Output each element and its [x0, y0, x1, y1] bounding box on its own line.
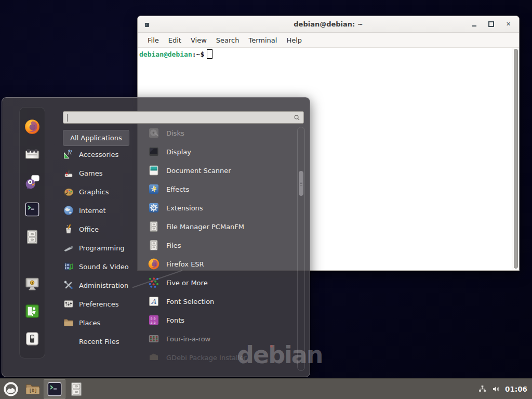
- fonts-icon: a aa a: [148, 314, 160, 326]
- close-button[interactable]: ✕: [504, 20, 513, 29]
- minimize-icon: [472, 25, 476, 26]
- terminal-menu-search[interactable]: Search: [211, 35, 244, 46]
- minimize-button[interactable]: [470, 20, 478, 29]
- maximize-button[interactable]: [487, 20, 496, 29]
- app-label: Font Selection: [166, 298, 214, 305]
- category-sound-video[interactable]: Sound & Video: [63, 257, 141, 276]
- office-icon: [63, 223, 74, 235]
- network-icon[interactable]: [478, 384, 487, 393]
- category-accessories[interactable]: Accessories: [63, 145, 141, 164]
- category-administration[interactable]: Administration: [63, 276, 141, 295]
- graphics-icon: [63, 186, 74, 197]
- sidebar-log-out-button[interactable]: [23, 302, 41, 320]
- app-label: Five or More: [166, 279, 208, 287]
- svg-text:A: A: [151, 298, 156, 305]
- file-cabinet-icon: [148, 220, 160, 233]
- app-label: Disks: [166, 129, 184, 137]
- sidebar-quit-button[interactable]: [23, 330, 41, 348]
- sidebar-firefox-button[interactable]: [23, 118, 41, 136]
- category-recent-files[interactable]: Recent Files: [63, 332, 141, 351]
- search-icon: [293, 114, 301, 122]
- prompt-user-host: debian@debian: [139, 50, 192, 58]
- search-input[interactable]: [63, 112, 293, 123]
- terminal-menu-view[interactable]: View: [186, 35, 211, 46]
- app-five-or-more[interactable]: Five or More: [148, 273, 296, 292]
- category-office[interactable]: Office: [63, 220, 141, 238]
- search-box[interactable]: [63, 111, 304, 124]
- terminal-icon: [46, 381, 63, 397]
- category-graphics[interactable]: Graphics: [63, 182, 141, 201]
- app-gdebi-package-installer[interactable]: GDebi Package Installer: [148, 348, 296, 367]
- app-label: Four-in-a-row: [166, 335, 210, 343]
- svg-text:a a: a a: [150, 321, 155, 325]
- terminal-scrollbar[interactable]: [512, 48, 519, 270]
- terminal-menu-help[interactable]: Help: [282, 35, 307, 46]
- maximize-icon: [488, 21, 494, 27]
- terminal-menu-edit[interactable]: Edit: [164, 35, 186, 46]
- effects-icon: [148, 183, 160, 195]
- volume-icon[interactable]: [491, 384, 500, 393]
- taskbar-file-manager-button[interactable]: [65, 379, 87, 399]
- app-label: Firefox ESR: [166, 260, 204, 268]
- category-places[interactable]: Places: [63, 313, 141, 332]
- desktop: debian@debian: ~ ✕ FileEditViewSearchTer…: [0, 0, 532, 399]
- category-label: Internet: [79, 207, 106, 215]
- text-caret: [67, 114, 68, 122]
- font-selection-icon: A: [148, 295, 160, 308]
- taskbar-menu-button[interactable]: [0, 379, 22, 399]
- terminal-prompt: debian@debian:~$: [139, 49, 212, 59]
- games-icon: [63, 167, 74, 179]
- file-cabinet-icon: [24, 229, 41, 245]
- menu-scrollbar[interactable]: [297, 127, 305, 371]
- extensions-icon: [148, 202, 160, 214]
- all-applications-button[interactable]: All Applications: [63, 130, 129, 146]
- menu-scrollbar-thumb[interactable]: [299, 171, 303, 196]
- terminal-titlebar[interactable]: debian@debian: ~ ✕: [138, 16, 519, 33]
- sidebar-files-button[interactable]: [23, 228, 41, 246]
- terminal-scrollbar-thumb[interactable]: [514, 49, 518, 269]
- category-label: Recent Files: [79, 338, 119, 345]
- app-fonts[interactable]: a aa aFonts: [148, 311, 296, 329]
- category-label: Preferences: [79, 300, 118, 308]
- app-disks[interactable]: Disks: [148, 124, 296, 142]
- file-cabinet-icon: [148, 239, 160, 251]
- app-font-selection[interactable]: AFont Selection: [148, 292, 296, 311]
- folder-debian-icon: [D]: [24, 381, 41, 397]
- app-extensions[interactable]: Extensions: [148, 198, 296, 217]
- app-four-in-a-row[interactable]: Four-in-a-row: [148, 329, 296, 348]
- clock[interactable]: 01:06: [505, 385, 527, 393]
- search-icon: [293, 114, 301, 122]
- category-programming[interactable]: Programming: [63, 238, 141, 257]
- app-file-manager-pcmanfm[interactable]: File Manager PCManFM: [148, 217, 296, 236]
- application-list: DisksDisplayDocument ScannerEffectsExten…: [148, 124, 296, 367]
- category-label: Places: [79, 319, 100, 327]
- application-menu: All Applications AccessoriesGamesGraphic…: [2, 97, 310, 377]
- file-cabinet-icon: [68, 381, 85, 397]
- accessories-icon: [63, 149, 74, 160]
- app-display[interactable]: Display: [148, 142, 296, 161]
- five-or-more-icon: [148, 276, 160, 289]
- sidebar-lock-screen-button[interactable]: [23, 275, 41, 292]
- terminal-menu-terminal[interactable]: Terminal: [244, 35, 282, 46]
- shutdown-icon: [24, 330, 41, 347]
- taskbar-files-button[interactable]: [D]: [22, 379, 44, 399]
- app-effects[interactable]: Effects: [148, 180, 296, 198]
- app-label: Extensions: [166, 204, 203, 212]
- category-preferences[interactable]: Preferences: [63, 295, 141, 313]
- internet-icon: [63, 205, 74, 216]
- sidebar-pidgin-button[interactable]: [23, 173, 41, 191]
- app-document-scanner[interactable]: Document Scanner: [148, 161, 296, 180]
- category-internet[interactable]: Internet: [63, 201, 141, 220]
- svg-text:[D]: [D]: [29, 388, 37, 393]
- taskbar-terminal-button[interactable]: [44, 379, 65, 399]
- terminal-icon: [24, 201, 41, 218]
- sidebar-settings-button[interactable]: [23, 145, 41, 163]
- terminal-menu-file[interactable]: File: [143, 35, 164, 46]
- app-files[interactable]: Files: [148, 236, 296, 255]
- sidebar-terminal-button[interactable]: [23, 201, 41, 218]
- category-games[interactable]: Games: [63, 164, 141, 182]
- firefox-icon: [148, 258, 160, 270]
- app-firefox-esr[interactable]: Firefox ESR: [148, 255, 296, 273]
- app-label: Effects: [166, 185, 189, 193]
- document-scanner-icon: [148, 164, 160, 177]
